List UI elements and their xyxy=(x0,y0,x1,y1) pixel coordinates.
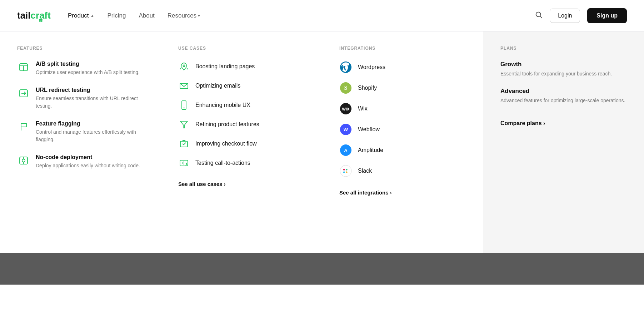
signup-button[interactable]: Sign up xyxy=(587,8,627,23)
nav-product[interactable]: Product ▲ xyxy=(68,12,94,19)
shopify-icon: S xyxy=(339,82,352,94)
use-case-checkout[interactable]: Improving checkout flow xyxy=(178,138,305,149)
svg-rect-33 xyxy=(346,169,348,171)
wordpress-icon xyxy=(339,61,352,74)
nav-pricing[interactable]: Pricing xyxy=(107,12,126,19)
use-case-refining-label: Refining product features xyxy=(195,121,259,128)
integrations-section: INTEGRATIONS Wordpress S Shopify xyxy=(322,31,483,253)
product-chevron-icon: ▲ xyxy=(90,13,95,18)
footer-bar xyxy=(0,253,644,285)
features-section: FEATURES A/B split testing Optimize user… xyxy=(0,31,161,253)
plan-growth-name: Growth xyxy=(500,61,627,68)
svg-point-30 xyxy=(340,165,351,177)
plan-advanced-desc: Advanced features for optimizing large-s… xyxy=(500,97,627,104)
integrations-label: INTEGRATIONS xyxy=(339,46,466,51)
wix-icon: WIX xyxy=(339,102,352,115)
logo-tail: tail xyxy=(17,10,31,21)
use-case-emails[interactable]: Optimizing emails xyxy=(178,80,305,92)
integration-slack[interactable]: Slack xyxy=(339,164,466,177)
amplitude-icon: A xyxy=(339,144,352,157)
svg-text:S: S xyxy=(344,85,348,91)
wix-label: Wix xyxy=(358,105,368,112)
webflow-icon: W xyxy=(339,123,352,136)
use-case-cta-label: Testing call-to-actions xyxy=(195,160,250,166)
slack-label: Slack xyxy=(358,168,372,174)
logo[interactable]: tailcraft xyxy=(17,10,51,21)
feature-nocode-text: No-code deployment Deploy applications e… xyxy=(36,154,140,169)
login-button[interactable]: Login xyxy=(550,9,580,23)
nav-actions: Login Sign up xyxy=(535,8,627,23)
svg-text:WIX: WIX xyxy=(342,107,350,111)
search-icon xyxy=(535,11,543,19)
checkout-icon xyxy=(178,138,190,149)
dropdown-panel: FEATURES A/B split testing Optimize user… xyxy=(0,31,644,253)
feature-ab-text: A/B split testing Optimize user experien… xyxy=(36,61,140,76)
nav-resources[interactable]: Resources ▾ xyxy=(168,12,200,19)
svg-rect-31 xyxy=(343,169,345,171)
integration-amplitude[interactable]: A Amplitude xyxy=(339,144,466,157)
nocode-icon xyxy=(17,154,30,167)
use-case-boosting[interactable]: Boosting landing pages xyxy=(178,61,305,72)
use-case-mobile-label: Enhancing mobile UX xyxy=(195,102,250,108)
integration-shopify[interactable]: S Shopify xyxy=(339,82,466,94)
feature-url-text: URL redirect testing Ensure seamless tra… xyxy=(36,87,144,110)
navbar: tailcraft Product ▲ Pricing About Resour… xyxy=(0,0,644,31)
see-all-integrations[interactable]: See all integrations › xyxy=(339,189,392,196)
svg-marker-16 xyxy=(180,121,188,128)
svg-point-9 xyxy=(22,159,25,162)
feature-nocode[interactable]: No-code deployment Deploy applications e… xyxy=(17,154,144,169)
filter-icon xyxy=(178,119,190,130)
svg-text:W: W xyxy=(344,127,348,132)
mobile-icon xyxy=(178,99,190,111)
webflow-label: Webflow xyxy=(358,126,380,133)
plan-growth[interactable]: Growth Essential tools for expanding you… xyxy=(500,61,627,78)
cta-icon xyxy=(178,157,190,169)
use-case-refining[interactable]: Refining product features xyxy=(178,119,305,130)
plan-advanced-name: Advanced xyxy=(500,88,627,95)
svg-line-1 xyxy=(540,16,542,18)
email-icon xyxy=(178,80,190,92)
url-redirect-icon xyxy=(17,87,30,100)
use-case-emails-label: Optimizing emails xyxy=(195,83,240,89)
use-case-mobile[interactable]: Enhancing mobile UX xyxy=(178,99,305,111)
use-cases-section: USE CASES Boosting landing pages Optimiz… xyxy=(161,31,322,253)
plan-growth-desc: Essential tools for expanding your busin… xyxy=(500,70,627,78)
svg-rect-34 xyxy=(346,172,348,173)
logo-craft: craft xyxy=(31,10,51,21)
wordpress-label: Wordpress xyxy=(358,64,385,70)
use-case-boosting-label: Boosting landing pages xyxy=(195,63,255,70)
feature-url-redirect[interactable]: URL redirect testing Ensure seamless tra… xyxy=(17,87,144,110)
shopify-label: Shopify xyxy=(358,85,377,91)
plans-section: PLANS Growth Essential tools for expandi… xyxy=(483,31,644,253)
feature-flag-text: Feature flagging Control and manage feat… xyxy=(36,120,144,143)
nav-links: Product ▲ Pricing About Resources ▾ xyxy=(68,12,535,19)
integration-wix[interactable]: WIX Wix xyxy=(339,102,466,115)
compare-plans-link[interactable]: Compare plans › xyxy=(500,120,545,127)
plan-advanced[interactable]: Advanced Advanced features for optimizin… xyxy=(500,88,627,104)
integration-webflow[interactable]: W Webflow xyxy=(339,123,466,136)
feature-flagging[interactable]: Feature flagging Control and manage feat… xyxy=(17,120,144,143)
svg-point-12 xyxy=(183,65,185,67)
amplitude-label: Amplitude xyxy=(358,147,383,153)
resources-chevron-icon: ▾ xyxy=(198,13,200,18)
use-case-checkout-label: Improving checkout flow xyxy=(195,141,257,147)
ab-testing-icon xyxy=(17,61,30,74)
features-label: FEATURES xyxy=(17,46,144,51)
slack-icon xyxy=(339,164,352,177)
use-case-cta[interactable]: Testing call-to-actions xyxy=(178,157,305,169)
svg-rect-32 xyxy=(343,172,345,173)
integration-wordpress[interactable]: Wordpress xyxy=(339,61,466,74)
plans-label: PLANS xyxy=(500,46,627,51)
search-button[interactable] xyxy=(535,11,543,20)
see-all-use-cases[interactable]: See all use cases › xyxy=(178,181,226,187)
nav-about[interactable]: About xyxy=(139,12,154,19)
svg-text:A: A xyxy=(344,148,348,153)
feature-flag-icon xyxy=(17,120,30,133)
feature-ab-testing[interactable]: A/B split testing Optimize user experien… xyxy=(17,61,144,76)
use-cases-label: USE CASES xyxy=(178,46,305,51)
rocket-icon xyxy=(178,61,190,72)
